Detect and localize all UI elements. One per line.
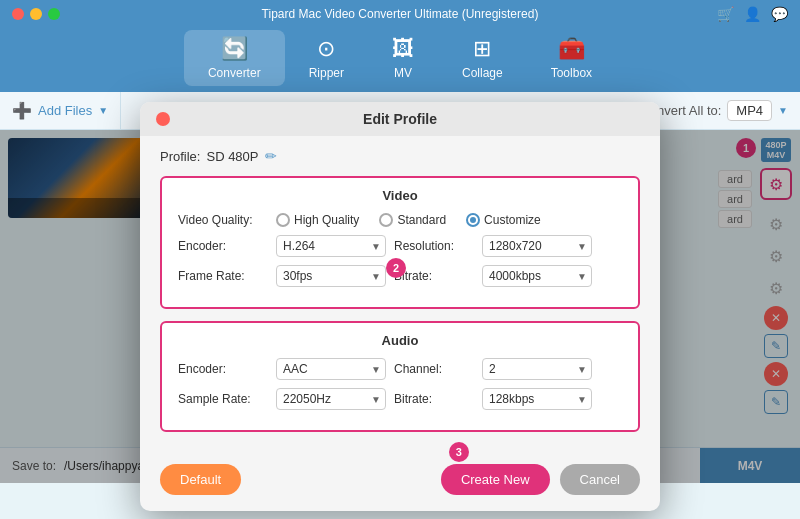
- framerate-label: Frame Rate:: [178, 269, 268, 283]
- collage-icon: ⊞: [473, 36, 491, 62]
- maximize-button[interactable]: [48, 8, 60, 20]
- converter-icon: 🔄: [221, 36, 248, 62]
- nav-toolbox-label: Toolbox: [551, 66, 592, 80]
- nav-bar: 🔄 Converter ⊙ Ripper 🖼 MV ⊞ Collage 🧰 To…: [0, 28, 800, 92]
- sample-rate-label: Sample Rate:: [178, 392, 268, 406]
- nav-collage-label: Collage: [462, 66, 503, 80]
- add-files-dropdown-icon: ▼: [98, 105, 108, 116]
- cancel-button[interactable]: Cancel: [560, 464, 640, 495]
- nav-ripper-label: Ripper: [309, 66, 344, 80]
- profile-row: Profile: SD 480P ✏: [160, 148, 640, 164]
- footer-right: 3 Create New Cancel: [441, 464, 640, 495]
- default-button[interactable]: Default: [160, 464, 241, 495]
- channel-select-wrapper: 2 ▼: [482, 358, 592, 380]
- cart-icon[interactable]: 🛒: [717, 6, 734, 22]
- sample-rate-select-wrapper: 22050Hz ▼: [276, 388, 386, 410]
- modal-title: Edit Profile: [363, 111, 437, 127]
- channel-select[interactable]: 2: [482, 358, 592, 380]
- nav-converter[interactable]: 🔄 Converter: [184, 30, 285, 86]
- standard-radio[interactable]: [379, 213, 393, 227]
- mv-icon: 🖼: [392, 36, 414, 62]
- standard-option[interactable]: Standard: [379, 213, 446, 227]
- step-2-label: 2: [386, 258, 406, 278]
- encoder-select[interactable]: H.264: [276, 235, 386, 257]
- quality-radio-group: High Quality Standard Customize: [276, 213, 541, 227]
- convert-all-format[interactable]: MP4: [727, 100, 772, 121]
- nav-collage[interactable]: ⊞ Collage: [438, 30, 527, 86]
- app-title: Tipard Mac Video Converter Ultimate (Unr…: [262, 7, 539, 21]
- customize-label: Customize: [484, 213, 541, 227]
- quality-row: Video Quality: High Quality Standard: [178, 213, 622, 227]
- nav-toolbox[interactable]: 🧰 Toolbox: [527, 30, 616, 86]
- audio-encoder-label: Encoder:: [178, 362, 268, 376]
- video-section-title: Video: [178, 188, 622, 203]
- profile-label: Profile:: [160, 149, 200, 164]
- nav-mv-label: MV: [394, 66, 412, 80]
- standard-label: Standard: [397, 213, 446, 227]
- audio-section: Audio Encoder: AAC ▼ Channel:: [160, 321, 640, 432]
- profile-edit-icon[interactable]: ✏: [265, 148, 277, 164]
- customize-option[interactable]: Customize: [466, 213, 541, 227]
- framerate-select-wrapper: 30fps ▼: [276, 265, 386, 287]
- encoder-resolution-row: Encoder: H.264 ▼ Resolution: 1280x720: [178, 235, 622, 257]
- resolution-select[interactable]: 1280x720: [482, 235, 592, 257]
- step-3-container: 3 Create New: [441, 464, 550, 495]
- encoder-select-wrapper: H.264 ▼: [276, 235, 386, 257]
- audio-encoder-select-wrapper: AAC ▼: [276, 358, 386, 380]
- framerate-select[interactable]: 30fps: [276, 265, 386, 287]
- sample-rate-select[interactable]: 22050Hz: [276, 388, 386, 410]
- modal-header: Edit Profile: [140, 102, 660, 136]
- audio-encoder-select[interactable]: AAC: [276, 358, 386, 380]
- traffic-lights: [12, 8, 60, 20]
- plus-icon: ➕: [12, 101, 32, 120]
- audio-section-title: Audio: [178, 333, 622, 348]
- toolbox-icon: 🧰: [558, 36, 585, 62]
- resolution-label: Resolution:: [394, 239, 474, 253]
- audio-encoder-channel-row: Encoder: AAC ▼ Channel: 2 ▼: [178, 358, 622, 380]
- convert-all-dropdown-icon: ▼: [778, 105, 788, 116]
- samplerate-bitrate-row: Sample Rate: 22050Hz ▼ Bitrate: 128kbps: [178, 388, 622, 410]
- nav-mv[interactable]: 🖼 MV: [368, 30, 438, 86]
- high-quality-option[interactable]: High Quality: [276, 213, 359, 227]
- channel-label: Channel:: [394, 362, 474, 376]
- video-section: Video Video Quality: High Quality Standa…: [160, 176, 640, 309]
- modal-body: Profile: SD 480P ✏ Video Video Quality: …: [140, 136, 660, 460]
- step-3-label: 3: [449, 442, 469, 462]
- audio-bitrate-label: Bitrate:: [394, 392, 474, 406]
- modal-close-button[interactable]: [156, 112, 170, 126]
- minimize-button[interactable]: [30, 8, 42, 20]
- video-bitrate-label: Bitrate:: [394, 269, 474, 283]
- edit-profile-modal: Edit Profile Profile: SD 480P ✏ Video Vi…: [140, 102, 660, 511]
- modal-footer: Default 3 Create New Cancel: [140, 460, 660, 511]
- add-files-label: Add Files: [38, 103, 92, 118]
- add-files-button[interactable]: ➕ Add Files ▼: [0, 92, 121, 129]
- profile-value: SD 480P: [206, 149, 258, 164]
- nav-converter-label: Converter: [208, 66, 261, 80]
- audio-bitrate-select[interactable]: 128kbps: [482, 388, 592, 410]
- main-area: 480P M4V ⚙ ⚙ ⚙ ⚙ ✕ ✎ ✕ ✎ ard ard ard 1 S…: [0, 130, 800, 483]
- video-bitrate-select-wrapper: 4000kbps ▼: [482, 265, 592, 287]
- ripper-icon: ⊙: [317, 36, 335, 62]
- nav-ripper[interactable]: ⊙ Ripper: [285, 30, 368, 86]
- video-bitrate-select[interactable]: 4000kbps: [482, 265, 592, 287]
- modal-overlay: 2 Edit Profile Profile: SD 480P ✏ Video: [0, 130, 800, 483]
- title-bar: Tipard Mac Video Converter Ultimate (Unr…: [0, 0, 800, 28]
- user-icon[interactable]: 👤: [744, 6, 761, 22]
- resolution-select-wrapper: 1280x720 ▼: [482, 235, 592, 257]
- audio-bitrate-select-wrapper: 128kbps ▼: [482, 388, 592, 410]
- title-bar-icons: 🛒 👤 💬: [717, 6, 788, 22]
- create-new-button[interactable]: Create New: [441, 464, 550, 495]
- high-quality-label: High Quality: [294, 213, 359, 227]
- customize-radio[interactable]: [466, 213, 480, 227]
- close-button[interactable]: [12, 8, 24, 20]
- quality-label: Video Quality:: [178, 213, 268, 227]
- encoder-label: Encoder:: [178, 239, 268, 253]
- high-quality-radio[interactable]: [276, 213, 290, 227]
- chat-icon[interactable]: 💬: [771, 6, 788, 22]
